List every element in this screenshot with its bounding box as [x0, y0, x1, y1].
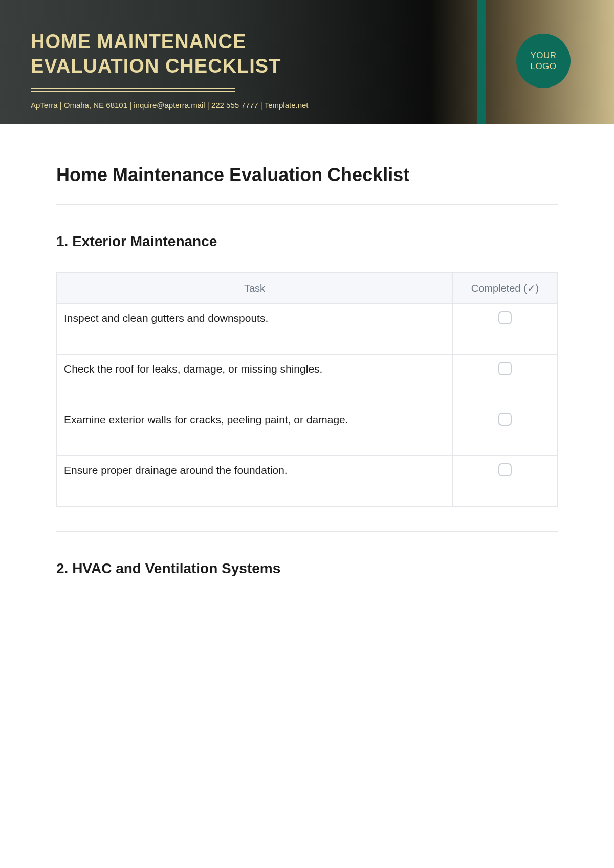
task-cell: Examine exterior walls for cracks, peeli… [57, 405, 453, 456]
table-row: Ensure proper drainage around the founda… [57, 456, 558, 507]
checkbox[interactable] [498, 311, 512, 324]
logo-line2: LOGO [530, 61, 556, 71]
task-cell: Inspect and clean gutters and downspouts… [57, 304, 453, 355]
banner: HOME MAINTENANCE EVALUATION CHECKLIST Ap… [0, 0, 614, 124]
completed-cell [453, 304, 558, 355]
task-cell: Check the roof for leaks, damage, or mis… [57, 355, 453, 405]
content: Home Maintenance Evaluation Checklist 1.… [0, 124, 614, 577]
completed-cell [453, 355, 558, 405]
table-row: Examine exterior walls for cracks, peeli… [57, 405, 558, 456]
banner-title-line2: EVALUATION CHECKLIST [31, 55, 281, 77]
completed-cell [453, 405, 558, 456]
logo-line1: YOUR [530, 51, 556, 60]
banner-title: HOME MAINTENANCE EVALUATION CHECKLIST [31, 30, 583, 78]
checkbox[interactable] [498, 362, 512, 375]
divider [56, 531, 558, 532]
completed-cell [453, 456, 558, 507]
banner-divider [31, 88, 235, 92]
divider [56, 204, 558, 205]
section-1-table: Task Completed (✓) Inspect and clean gut… [56, 272, 558, 507]
banner-title-line1: HOME MAINTENANCE [31, 31, 246, 52]
logo-placeholder: YOUR LOGO [516, 34, 571, 88]
table-header-row: Task Completed (✓) [57, 273, 558, 304]
checkbox[interactable] [498, 463, 512, 476]
task-cell: Ensure proper drainage around the founda… [57, 456, 453, 507]
section-1-title: 1. Exterior Maintenance [56, 233, 558, 250]
table-row: Inspect and clean gutters and downspouts… [57, 304, 558, 355]
col-header-completed: Completed (✓) [453, 273, 558, 304]
document-title: Home Maintenance Evaluation Checklist [56, 164, 558, 186]
section-2-title: 2. HVAC and Ventilation Systems [56, 560, 558, 577]
checkbox[interactable] [498, 413, 512, 426]
banner-meta: ApTerra | Omaha, NE 68101 | inquire@apte… [31, 101, 583, 110]
banner-vertical-stripe [477, 0, 486, 124]
col-header-task: Task [57, 273, 453, 304]
table-row: Check the roof for leaks, damage, or mis… [57, 355, 558, 405]
